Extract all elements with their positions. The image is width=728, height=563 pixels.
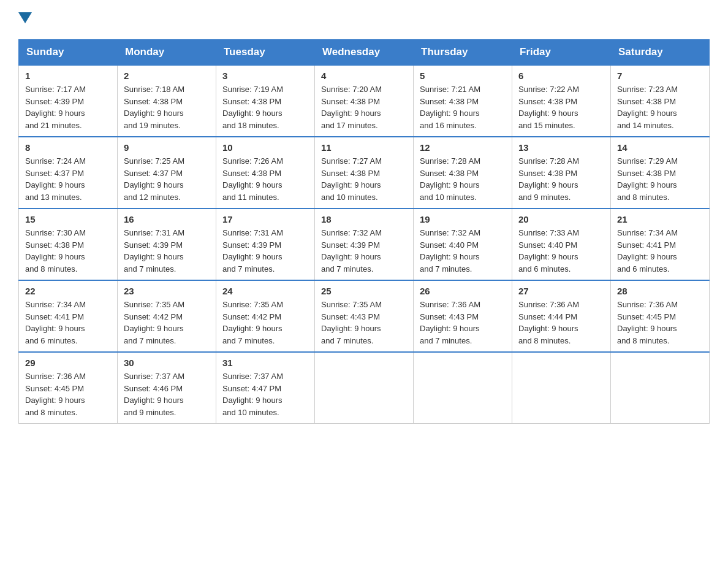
logo-triangle-icon xyxy=(18,12,32,26)
day-number: 20 xyxy=(518,214,604,224)
day-number: 11 xyxy=(321,142,407,153)
weekday-header-monday: Monday xyxy=(118,40,216,66)
calendar-cell: 28 Sunrise: 7:36 AM Sunset: 4:45 PM Dayl… xyxy=(611,280,710,352)
day-number: 2 xyxy=(124,71,210,81)
weekday-header-sunday: Sunday xyxy=(19,40,118,66)
calendar-cell: 14 Sunrise: 7:29 AM Sunset: 4:38 PM Dayl… xyxy=(611,137,710,209)
calendar-cell: 15 Sunrise: 7:30 AM Sunset: 4:38 PM Dayl… xyxy=(19,209,118,280)
calendar-cell: 18 Sunrise: 7:32 AM Sunset: 4:39 PM Dayl… xyxy=(315,209,414,280)
calendar-cell: 22 Sunrise: 7:34 AM Sunset: 4:41 PM Dayl… xyxy=(19,280,118,352)
day-info: Sunrise: 7:31 AM Sunset: 4:39 PM Dayligh… xyxy=(124,227,210,275)
day-number: 17 xyxy=(222,214,308,224)
day-number: 6 xyxy=(518,71,604,81)
day-number: 30 xyxy=(124,358,210,368)
calendar-week-row: 22 Sunrise: 7:34 AM Sunset: 4:41 PM Dayl… xyxy=(19,280,710,352)
day-info: Sunrise: 7:36 AM Sunset: 4:45 PM Dayligh… xyxy=(25,370,111,418)
day-info: Sunrise: 7:35 AM Sunset: 4:43 PM Dayligh… xyxy=(321,299,407,347)
day-number: 23 xyxy=(124,286,210,296)
calendar-cell: 29 Sunrise: 7:36 AM Sunset: 4:45 PM Dayl… xyxy=(19,352,118,424)
day-number: 27 xyxy=(518,286,604,296)
day-info: Sunrise: 7:22 AM Sunset: 4:38 PM Dayligh… xyxy=(518,83,604,131)
calendar-week-row: 8 Sunrise: 7:24 AM Sunset: 4:37 PM Dayli… xyxy=(19,137,710,209)
day-info: Sunrise: 7:33 AM Sunset: 4:40 PM Dayligh… xyxy=(518,227,604,275)
calendar-cell xyxy=(414,352,512,424)
calendar-cell: 8 Sunrise: 7:24 AM Sunset: 4:37 PM Dayli… xyxy=(19,137,118,209)
calendar-cell: 11 Sunrise: 7:27 AM Sunset: 4:38 PM Dayl… xyxy=(315,137,414,209)
day-info: Sunrise: 7:29 AM Sunset: 4:38 PM Dayligh… xyxy=(617,155,703,203)
weekday-header-wednesday: Wednesday xyxy=(315,40,414,66)
day-info: Sunrise: 7:24 AM Sunset: 4:37 PM Dayligh… xyxy=(25,155,111,203)
calendar-cell: 27 Sunrise: 7:36 AM Sunset: 4:44 PM Dayl… xyxy=(512,280,611,352)
weekday-header-row: SundayMondayTuesdayWednesdayThursdayFrid… xyxy=(19,40,710,66)
calendar-cell: 30 Sunrise: 7:37 AM Sunset: 4:46 PM Dayl… xyxy=(118,352,216,424)
day-info: Sunrise: 7:23 AM Sunset: 4:38 PM Dayligh… xyxy=(617,83,703,131)
day-number: 29 xyxy=(25,358,111,368)
logo xyxy=(18,12,32,27)
weekday-header-saturday: Saturday xyxy=(611,40,710,66)
day-info: Sunrise: 7:34 AM Sunset: 4:41 PM Dayligh… xyxy=(25,299,111,347)
calendar-cell: 25 Sunrise: 7:35 AM Sunset: 4:43 PM Dayl… xyxy=(315,280,414,352)
day-number: 16 xyxy=(124,214,210,224)
day-number: 15 xyxy=(25,214,111,224)
day-number: 18 xyxy=(321,214,407,224)
calendar-cell: 26 Sunrise: 7:36 AM Sunset: 4:43 PM Dayl… xyxy=(414,280,512,352)
day-info: Sunrise: 7:35 AM Sunset: 4:42 PM Dayligh… xyxy=(222,299,308,347)
calendar-cell: 21 Sunrise: 7:34 AM Sunset: 4:41 PM Dayl… xyxy=(611,209,710,280)
day-info: Sunrise: 7:34 AM Sunset: 4:41 PM Dayligh… xyxy=(617,227,703,275)
day-info: Sunrise: 7:36 AM Sunset: 4:44 PM Dayligh… xyxy=(518,299,604,347)
calendar-table: SundayMondayTuesdayWednesdayThursdayFrid… xyxy=(18,39,710,424)
day-number: 19 xyxy=(420,214,506,224)
page-header xyxy=(18,12,710,27)
day-info: Sunrise: 7:18 AM Sunset: 4:38 PM Dayligh… xyxy=(124,83,210,131)
weekday-header-tuesday: Tuesday xyxy=(216,40,315,66)
day-info: Sunrise: 7:30 AM Sunset: 4:38 PM Dayligh… xyxy=(25,227,111,275)
weekday-header-friday: Friday xyxy=(512,40,611,66)
day-info: Sunrise: 7:36 AM Sunset: 4:45 PM Dayligh… xyxy=(617,299,703,347)
day-number: 12 xyxy=(420,142,506,153)
day-info: Sunrise: 7:35 AM Sunset: 4:42 PM Dayligh… xyxy=(124,299,210,347)
day-info: Sunrise: 7:21 AM Sunset: 4:38 PM Dayligh… xyxy=(420,83,506,131)
weekday-header-thursday: Thursday xyxy=(414,40,512,66)
day-info: Sunrise: 7:37 AM Sunset: 4:46 PM Dayligh… xyxy=(124,370,210,418)
day-number: 28 xyxy=(617,286,703,296)
calendar-cell xyxy=(315,352,414,424)
day-number: 4 xyxy=(321,71,407,81)
day-number: 3 xyxy=(222,71,308,81)
calendar-cell: 12 Sunrise: 7:28 AM Sunset: 4:38 PM Dayl… xyxy=(414,137,512,209)
day-number: 9 xyxy=(124,142,210,153)
day-info: Sunrise: 7:36 AM Sunset: 4:43 PM Dayligh… xyxy=(420,299,506,347)
day-number: 26 xyxy=(420,286,506,296)
day-number: 8 xyxy=(25,142,111,153)
day-number: 31 xyxy=(222,358,308,368)
svg-marker-0 xyxy=(18,12,32,23)
day-info: Sunrise: 7:28 AM Sunset: 4:38 PM Dayligh… xyxy=(518,155,604,203)
calendar-week-row: 29 Sunrise: 7:36 AM Sunset: 4:45 PM Dayl… xyxy=(19,352,710,424)
calendar-cell: 1 Sunrise: 7:17 AM Sunset: 4:39 PM Dayli… xyxy=(19,65,118,137)
day-info: Sunrise: 7:32 AM Sunset: 4:39 PM Dayligh… xyxy=(321,227,407,275)
calendar-cell: 9 Sunrise: 7:25 AM Sunset: 4:37 PM Dayli… xyxy=(118,137,216,209)
calendar-cell: 10 Sunrise: 7:26 AM Sunset: 4:38 PM Dayl… xyxy=(216,137,315,209)
calendar-cell: 24 Sunrise: 7:35 AM Sunset: 4:42 PM Dayl… xyxy=(216,280,315,352)
calendar-week-row: 1 Sunrise: 7:17 AM Sunset: 4:39 PM Dayli… xyxy=(19,65,710,137)
calendar-cell xyxy=(512,352,611,424)
day-info: Sunrise: 7:28 AM Sunset: 4:38 PM Dayligh… xyxy=(420,155,506,203)
calendar-cell: 31 Sunrise: 7:37 AM Sunset: 4:47 PM Dayl… xyxy=(216,352,315,424)
day-number: 21 xyxy=(617,214,703,224)
day-number: 22 xyxy=(25,286,111,296)
calendar-cell: 20 Sunrise: 7:33 AM Sunset: 4:40 PM Dayl… xyxy=(512,209,611,280)
day-number: 14 xyxy=(617,142,703,153)
calendar-cell: 13 Sunrise: 7:28 AM Sunset: 4:38 PM Dayl… xyxy=(512,137,611,209)
day-info: Sunrise: 7:19 AM Sunset: 4:38 PM Dayligh… xyxy=(222,83,308,131)
calendar-cell: 2 Sunrise: 7:18 AM Sunset: 4:38 PM Dayli… xyxy=(118,65,216,137)
calendar-cell: 19 Sunrise: 7:32 AM Sunset: 4:40 PM Dayl… xyxy=(414,209,512,280)
calendar-cell: 3 Sunrise: 7:19 AM Sunset: 4:38 PM Dayli… xyxy=(216,65,315,137)
day-number: 13 xyxy=(518,142,604,153)
calendar-cell: 7 Sunrise: 7:23 AM Sunset: 4:38 PM Dayli… xyxy=(611,65,710,137)
calendar-cell: 23 Sunrise: 7:35 AM Sunset: 4:42 PM Dayl… xyxy=(118,280,216,352)
day-info: Sunrise: 7:31 AM Sunset: 4:39 PM Dayligh… xyxy=(222,227,308,275)
calendar-cell: 4 Sunrise: 7:20 AM Sunset: 4:38 PM Dayli… xyxy=(315,65,414,137)
day-number: 1 xyxy=(25,71,111,81)
calendar-cell xyxy=(611,352,710,424)
calendar-cell: 5 Sunrise: 7:21 AM Sunset: 4:38 PM Dayli… xyxy=(414,65,512,137)
calendar-cell: 6 Sunrise: 7:22 AM Sunset: 4:38 PM Dayli… xyxy=(512,65,611,137)
